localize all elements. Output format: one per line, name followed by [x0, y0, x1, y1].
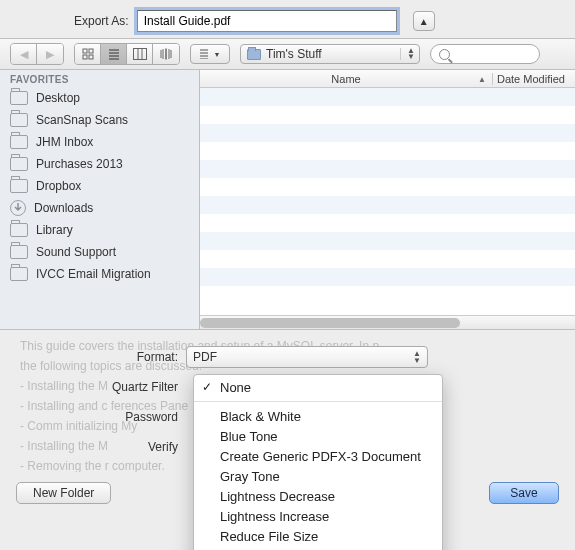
coverflow-icon: [159, 48, 173, 60]
sidebar-item-label: Dropbox: [36, 179, 81, 193]
updown-arrows-icon: ▲▼: [400, 48, 415, 60]
sidebar-item[interactable]: Desktop: [0, 87, 199, 109]
sidebar-item[interactable]: Sound Support: [0, 241, 199, 263]
nav-group: ◀ ▶: [10, 43, 64, 65]
back-button[interactable]: ◀: [11, 44, 37, 64]
scrollbar-thumb[interactable]: [200, 318, 460, 328]
column-header-row: Name▲ Date Modified: [200, 70, 575, 88]
verify-label: Verify: [16, 440, 186, 454]
column-view-button[interactable]: [127, 44, 153, 64]
sidebar-item[interactable]: Downloads: [0, 197, 199, 219]
toolbar: ◀ ▶ ▼ Tim's Stuff ▲▼: [0, 38, 575, 70]
sidebar-item[interactable]: JHM Inbox: [0, 131, 199, 153]
sidebar-item[interactable]: Library: [0, 219, 199, 241]
quartz-filter-menu[interactable]: None Black & WhiteBlue ToneCreate Generi…: [193, 374, 443, 550]
export-as-label: Export As:: [74, 14, 129, 28]
menu-separator: [194, 401, 442, 402]
forward-button[interactable]: ▶: [37, 44, 63, 64]
download-icon: [10, 200, 26, 216]
svg-rect-0: [83, 49, 87, 53]
horizontal-scrollbar[interactable]: [200, 315, 575, 329]
format-value: PDF: [193, 350, 217, 364]
save-button[interactable]: Save: [489, 482, 559, 504]
format-label: Format:: [16, 350, 186, 364]
search-input[interactable]: [430, 44, 540, 64]
menu-item[interactable]: Sepia Tone: [194, 546, 442, 550]
folder-icon: [10, 267, 28, 281]
sidebar-item-label: ScanSnap Scans: [36, 113, 128, 127]
columns-icon: [133, 48, 147, 60]
folder-icon: [10, 135, 28, 149]
password-label: Password: [16, 410, 186, 424]
folder-icon: [10, 91, 28, 105]
collapse-toggle-button[interactable]: ▲: [413, 11, 435, 31]
new-folder-button[interactable]: New Folder: [16, 482, 111, 504]
sidebar-item[interactable]: IVCC Email Migration: [0, 263, 199, 285]
location-label: Tim's Stuff: [266, 47, 322, 61]
sidebar-item[interactable]: ScanSnap Scans: [0, 109, 199, 131]
menu-item[interactable]: Reduce File Size: [194, 526, 442, 546]
folder-icon: [10, 223, 28, 237]
folder-icon: [10, 245, 28, 259]
sidebar-item[interactable]: Purchases 2013: [0, 153, 199, 175]
list-icon: [108, 48, 120, 60]
sidebar-item-label: Sound Support: [36, 245, 116, 259]
view-mode-group: [74, 43, 180, 65]
menu-item[interactable]: Gray Tone: [194, 466, 442, 486]
folder-icon: [10, 179, 28, 193]
arrange-icon: [200, 49, 212, 59]
icon-view-button[interactable]: [75, 44, 101, 64]
folder-icon: [10, 113, 28, 127]
sidebar-item[interactable]: Dropbox: [0, 175, 199, 197]
list-view-button[interactable]: [101, 44, 127, 64]
column-header-date[interactable]: Date Modified: [493, 73, 575, 85]
column-header-name[interactable]: Name▲: [200, 73, 493, 85]
folder-icon: [10, 157, 28, 171]
svg-rect-3: [89, 55, 93, 59]
triangle-up-icon: ▲: [419, 16, 429, 27]
svg-rect-2: [83, 55, 87, 59]
grid-icon: [82, 48, 94, 60]
coverflow-view-button[interactable]: [153, 44, 179, 64]
menu-item[interactable]: Blue Tone: [194, 426, 442, 446]
svg-rect-8: [133, 49, 146, 60]
arrange-menu-button[interactable]: ▼: [190, 44, 230, 64]
sidebar-section-header: FAVORITES: [0, 70, 199, 87]
folder-icon: [247, 49, 261, 60]
sidebar: FAVORITES DesktopScanSnap ScansJHM Inbox…: [0, 70, 200, 329]
search-icon: [439, 49, 450, 60]
sidebar-item-label: Desktop: [36, 91, 80, 105]
svg-rect-1: [89, 49, 93, 53]
chevron-left-icon: ◀: [20, 48, 28, 61]
chevron-right-icon: ▶: [46, 48, 54, 61]
sidebar-item-label: JHM Inbox: [36, 135, 93, 149]
menu-item[interactable]: Lightness Increase: [194, 506, 442, 526]
file-list[interactable]: [200, 88, 575, 315]
menu-item-none[interactable]: None: [194, 377, 442, 397]
format-select[interactable]: PDF ▲▼: [186, 346, 428, 368]
menu-item[interactable]: Lightness Decrease: [194, 486, 442, 506]
sidebar-item-label: Library: [36, 223, 73, 237]
location-popup[interactable]: Tim's Stuff ▲▼: [240, 44, 420, 64]
quartz-filter-label: Quartz Filter: [16, 380, 186, 394]
sidebar-item-label: Purchases 2013: [36, 157, 123, 171]
filename-input[interactable]: [137, 10, 397, 32]
chevron-down-icon: ▼: [214, 51, 221, 58]
menu-item[interactable]: Black & White: [194, 406, 442, 426]
sidebar-item-label: IVCC Email Migration: [36, 267, 151, 281]
menu-item[interactable]: Create Generic PDFX-3 Document: [194, 446, 442, 466]
sort-asc-icon: ▲: [478, 75, 486, 84]
updown-arrows-icon: ▲▼: [413, 350, 421, 364]
sidebar-item-label: Downloads: [34, 201, 93, 215]
